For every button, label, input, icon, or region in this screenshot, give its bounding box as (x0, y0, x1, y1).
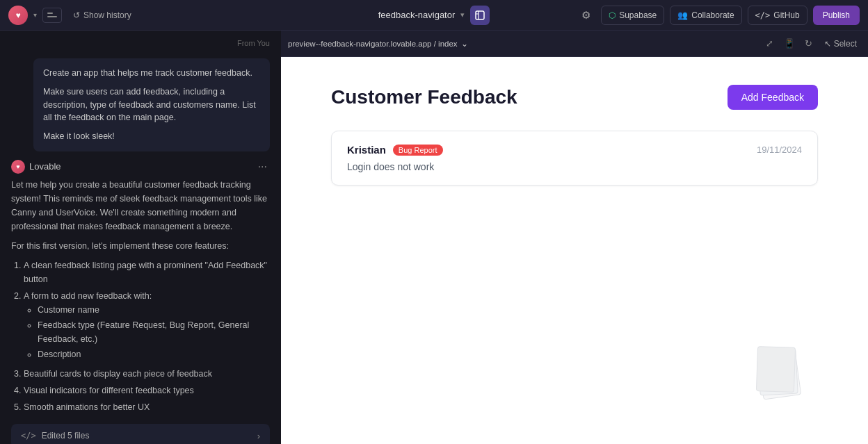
user-message: Create an app that helps me track custom… (33, 58, 270, 151)
paper-page-3 (756, 346, 796, 393)
history-btn-label: Show history (83, 10, 131, 20)
address-bar: preview--feedback-navigator.lovable.app … (281, 31, 868, 57)
ai-feature-item-1: A clean feedback listing page with a pro… (24, 258, 270, 286)
ai-more-button[interactable]: ··· (255, 160, 270, 174)
external-preview-button[interactable]: ⤢ (762, 35, 778, 52)
github-button[interactable]: </> GitHub (748, 6, 807, 25)
reload-button[interactable]: ↻ (801, 35, 817, 52)
heart-icon: ♥ (15, 10, 20, 20)
feedback-page: Customer Feedback Add Feedback Kristian … (331, 85, 818, 186)
github-label: GitHub (773, 10, 799, 20)
ai-features-list: A clean feedback listing page with a pro… (24, 258, 270, 414)
preview-decoration (757, 347, 812, 402)
logo-dropdown-arrow[interactable]: ▾ (33, 11, 37, 19)
top-bar-center: feedback-navigator ▾ (378, 6, 490, 25)
add-feedback-label: Add Feedback (741, 92, 804, 103)
ai-sub-feature-2: Feedback type (Feature Request, Bug Repo… (38, 318, 270, 346)
sidebar-toggle-button[interactable] (42, 8, 62, 23)
ai-heart-logo: ♥ (11, 160, 25, 174)
user-msg-p3: Make it look sleek! (43, 130, 260, 143)
ai-feature-item-5: Smooth animations for better UX (24, 400, 270, 414)
select-label: Select (834, 39, 857, 49)
reload-icon: ↻ (805, 38, 812, 49)
collaborate-icon: 👥 (677, 10, 688, 20)
preview-content: Customer Feedback Add Feedback Kristian … (281, 57, 868, 444)
more-dots-icon: ··· (258, 161, 267, 172)
url-path: index (438, 40, 458, 48)
chevron-right-icon: › (257, 431, 260, 441)
heart-logo[interactable]: ♥ (8, 6, 28, 25)
ai-heart-icon: ♥ (16, 163, 19, 170)
main-content: From You Create an app that helps me tra… (0, 31, 868, 444)
mobile-view-button[interactable]: 📱 (781, 35, 798, 52)
url-prefix: preview--feedback-navigator.lovable.app … (288, 40, 436, 48)
sidebar-toggle-icon (47, 13, 57, 17)
svg-rect-0 (476, 11, 484, 19)
address-url: preview--feedback-navigator.lovable.app … (288, 39, 756, 49)
top-bar-left: ♥ ▾ ↺ Show history (8, 6, 373, 25)
feedback-card: Kristian Bug Report 19/11/2024 Login doe… (331, 131, 818, 186)
ai-message-header: ♥ Lovable ··· (11, 160, 270, 174)
top-bar: ♥ ▾ ↺ Show history feedback-navigator ▾ … (0, 0, 868, 31)
ai-message-body: Let me help you create a beautiful custo… (11, 178, 270, 420)
left-panel: From You Create an app that helps me tra… (0, 31, 281, 444)
card-badge: Bug Report (393, 145, 443, 156)
top-bar-right: ⚙ ⬡ Supabase 👥 Collaborate </> GitHub Pu… (495, 6, 860, 25)
ai-sub-feature-3: Description (38, 347, 270, 361)
ai-features-title: For this first version, let's implement … (11, 239, 270, 253)
chat-messages: From You Create an app that helps me tra… (0, 31, 281, 444)
url-chevron: ⌄ (461, 40, 468, 48)
code-icon: </> (21, 431, 36, 441)
external-preview-icon: ⤢ (766, 38, 773, 49)
ai-name-row: ♥ Lovable (11, 160, 61, 174)
ai-feature-item-2: A form to add new feedback with: Custome… (24, 289, 270, 361)
project-name: feedback-navigator (378, 10, 456, 20)
feedback-page-title: Customer Feedback (331, 86, 517, 108)
settings-button[interactable]: ⚙ (576, 6, 595, 25)
ai-sub-feature-1: Customer name (38, 303, 270, 317)
show-history-button[interactable]: ↺ Show history (67, 8, 137, 23)
user-msg-p1: Create an app that helps me track custom… (43, 67, 260, 80)
collaborate-label: Collaborate (691, 10, 734, 20)
project-dropdown-arrow[interactable]: ▾ (460, 10, 465, 19)
ai-name-label: Lovable (29, 161, 61, 172)
ai-message-container: ♥ Lovable ··· Let me help you create a b… (11, 160, 270, 444)
card-description: Login does not work (347, 161, 802, 172)
ai-sub-features-list: Customer name Feedback type (Feature Req… (38, 303, 270, 361)
history-icon: ↺ (73, 10, 80, 20)
ai-feature-item-3: Beautiful cards to display each piece of… (24, 367, 270, 381)
mobile-view-icon: 📱 (784, 38, 795, 49)
add-feedback-button[interactable]: Add Feedback (728, 85, 818, 110)
card-header: Kristian Bug Report 19/11/2024 (347, 144, 802, 156)
gear-icon: ⚙ (581, 9, 590, 22)
card-date: 19/11/2024 (757, 145, 802, 155)
collaborate-button[interactable]: 👥 Collaborate (670, 6, 741, 25)
supabase-label: Supabase (619, 10, 657, 20)
select-button[interactable]: ↖ Select (820, 35, 861, 52)
ai-intro-text: Let me help you create a beautiful custo… (11, 178, 270, 233)
paper-stack-icon (757, 347, 805, 402)
ai-feature-item-4: Visual indicators for different feedback… (24, 384, 270, 397)
expand-button[interactable] (470, 6, 490, 25)
user-msg-p2: Make sure users can add feedback, includ… (43, 85, 260, 124)
expand-icon (475, 10, 485, 20)
from-you-label: From You (11, 39, 270, 47)
address-actions: ⤢ 📱 ↻ ↖ Select (762, 35, 861, 52)
publish-button[interactable]: Publish (813, 6, 860, 25)
edited-files-box[interactable]: </> Edited 5 files › (11, 424, 270, 444)
publish-label: Publish (823, 10, 850, 20)
right-panel: preview--feedback-navigator.lovable.app … (281, 31, 868, 444)
card-customer-name: Kristian (347, 144, 386, 156)
supabase-button[interactable]: ⬡ Supabase (601, 6, 664, 25)
edited-files-label: Edited 5 files (42, 431, 252, 441)
github-icon: </> (755, 10, 771, 20)
supabase-icon: ⬡ (609, 10, 616, 20)
cursor-icon: ↖ (824, 39, 831, 49)
feedback-header: Customer Feedback Add Feedback (331, 85, 818, 110)
card-name-row: Kristian Bug Report (347, 144, 443, 156)
